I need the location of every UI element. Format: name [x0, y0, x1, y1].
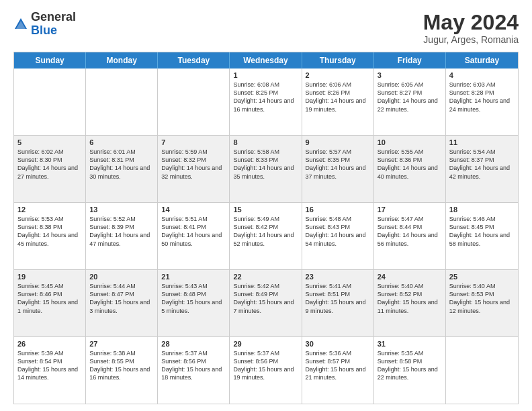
day-number: 24 [378, 273, 442, 281]
cal-cell-r4-c6 [446, 337, 518, 404]
cal-cell-r3-c1: 20Sunrise: 5:44 AM Sunset: 8:47 PM Dayli… [86, 270, 158, 336]
cell-text: Sunrise: 6:08 AM Sunset: 8:25 PM Dayligh… [233, 81, 298, 113]
header: General Blue May 2024 Jugur, Arges, Roma… [13, 11, 519, 45]
day-number: 1 [233, 71, 298, 79]
logo: General Blue [13, 11, 76, 38]
cell-text: Sunrise: 5:52 AM Sunset: 8:39 PM Dayligh… [89, 215, 154, 248]
cal-cell-r4-c5: 31Sunrise: 5:35 AM Sunset: 8:58 PM Dayli… [374, 337, 446, 404]
day-number: 15 [233, 205, 298, 214]
day-number: 6 [89, 138, 154, 146]
cell-text: Sunrise: 5:51 AM Sunset: 8:41 PM Dayligh… [161, 215, 226, 248]
cal-cell-r0-c3: 1Sunrise: 6:08 AM Sunset: 8:25 PM Daylig… [230, 68, 302, 135]
day-number: 17 [378, 205, 442, 214]
day-number: 11 [449, 138, 515, 146]
day-number: 18 [449, 205, 515, 214]
cal-cell-r0-c5: 3Sunrise: 6:05 AM Sunset: 8:27 PM Daylig… [374, 68, 446, 135]
cell-text: Sunrise: 6:01 AM Sunset: 8:31 PM Dayligh… [89, 148, 154, 181]
cal-row-4: 26Sunrise: 5:39 AM Sunset: 8:54 PM Dayli… [14, 337, 518, 404]
cal-row-0: 1Sunrise: 6:08 AM Sunset: 8:25 PM Daylig… [14, 68, 518, 136]
day-number: 22 [233, 273, 298, 281]
header-tuesday: Tuesday [158, 52, 230, 68]
cell-text: Sunrise: 5:47 AM Sunset: 8:44 PM Dayligh… [378, 215, 442, 248]
cal-cell-r2-c0: 12Sunrise: 5:53 AM Sunset: 8:38 PM Dayli… [14, 203, 86, 269]
cell-text: Sunrise: 5:40 AM Sunset: 8:52 PM Dayligh… [378, 282, 442, 315]
day-number: 30 [306, 340, 370, 348]
calendar: Sunday Monday Tuesday Wednesday Thursday… [13, 52, 519, 404]
cal-row-1: 5Sunrise: 6:02 AM Sunset: 8:30 PM Daylig… [14, 136, 518, 203]
cal-cell-r2-c3: 15Sunrise: 5:49 AM Sunset: 8:42 PM Dayli… [230, 203, 302, 269]
day-number: 3 [378, 71, 442, 79]
cal-cell-r4-c4: 30Sunrise: 5:36 AM Sunset: 8:57 PM Dayli… [302, 337, 374, 404]
cal-cell-r3-c2: 21Sunrise: 5:43 AM Sunset: 8:48 PM Dayli… [158, 270, 230, 336]
logo-icon [13, 17, 28, 32]
cal-cell-r2-c6: 18Sunrise: 5:46 AM Sunset: 8:45 PM Dayli… [446, 203, 518, 269]
cell-text: Sunrise: 5:53 AM Sunset: 8:38 PM Dayligh… [17, 215, 82, 248]
cell-text: Sunrise: 5:55 AM Sunset: 8:36 PM Dayligh… [378, 148, 442, 181]
cell-text: Sunrise: 5:36 AM Sunset: 8:57 PM Dayligh… [306, 349, 370, 382]
cal-cell-r3-c3: 22Sunrise: 5:42 AM Sunset: 8:49 PM Dayli… [230, 270, 302, 336]
cal-cell-r2-c4: 16Sunrise: 5:48 AM Sunset: 8:43 PM Dayli… [302, 203, 374, 269]
cell-text: Sunrise: 5:58 AM Sunset: 8:33 PM Dayligh… [233, 148, 298, 181]
cell-text: Sunrise: 5:42 AM Sunset: 8:49 PM Dayligh… [233, 282, 298, 315]
cell-text: Sunrise: 5:48 AM Sunset: 8:43 PM Dayligh… [306, 215, 370, 248]
cal-row-2: 12Sunrise: 5:53 AM Sunset: 8:38 PM Dayli… [14, 203, 518, 270]
subtitle: Jugur, Arges, Romania [423, 34, 519, 45]
cell-text: Sunrise: 6:03 AM Sunset: 8:28 PM Dayligh… [449, 81, 515, 113]
day-number: 2 [306, 71, 370, 79]
logo-text: General Blue [31, 11, 76, 38]
day-number: 31 [378, 340, 442, 348]
header-friday: Friday [374, 52, 446, 68]
day-number: 9 [306, 138, 370, 146]
day-number: 20 [89, 273, 154, 281]
cal-cell-r1-c0: 5Sunrise: 6:02 AM Sunset: 8:30 PM Daylig… [14, 136, 86, 202]
cal-cell-r0-c1 [86, 68, 158, 135]
cal-cell-r4-c0: 26Sunrise: 5:39 AM Sunset: 8:54 PM Dayli… [14, 337, 86, 404]
cell-text: Sunrise: 6:06 AM Sunset: 8:26 PM Dayligh… [306, 81, 370, 113]
cell-text: Sunrise: 5:35 AM Sunset: 8:58 PM Dayligh… [378, 349, 442, 382]
month-title: May 2024 [423, 11, 519, 34]
header-sunday: Sunday [14, 52, 86, 68]
day-number: 13 [89, 205, 154, 214]
cal-row-3: 19Sunrise: 5:45 AM Sunset: 8:46 PM Dayli… [14, 270, 518, 337]
cal-cell-r3-c6: 25Sunrise: 5:40 AM Sunset: 8:53 PM Dayli… [446, 270, 518, 336]
calendar-body: 1Sunrise: 6:08 AM Sunset: 8:25 PM Daylig… [14, 68, 518, 404]
day-number: 12 [17, 205, 82, 214]
cal-cell-r1-c5: 10Sunrise: 5:55 AM Sunset: 8:36 PM Dayli… [374, 136, 446, 202]
cal-cell-r2-c1: 13Sunrise: 5:52 AM Sunset: 8:39 PM Dayli… [86, 203, 158, 269]
day-number: 8 [233, 138, 298, 146]
cal-cell-r1-c4: 9Sunrise: 5:57 AM Sunset: 8:35 PM Daylig… [302, 136, 374, 202]
cal-cell-r3-c5: 24Sunrise: 5:40 AM Sunset: 8:52 PM Dayli… [374, 270, 446, 336]
cal-cell-r4-c3: 29Sunrise: 5:37 AM Sunset: 8:56 PM Dayli… [230, 337, 302, 404]
cal-cell-r1-c6: 11Sunrise: 5:54 AM Sunset: 8:37 PM Dayli… [446, 136, 518, 202]
day-number: 27 [89, 340, 154, 348]
cell-text: Sunrise: 5:41 AM Sunset: 8:51 PM Dayligh… [306, 282, 370, 315]
day-number: 23 [306, 273, 370, 281]
day-number: 14 [161, 205, 226, 214]
cal-cell-r2-c2: 14Sunrise: 5:51 AM Sunset: 8:41 PM Dayli… [158, 203, 230, 269]
day-number: 10 [378, 138, 442, 146]
cal-cell-r4-c1: 27Sunrise: 5:38 AM Sunset: 8:55 PM Dayli… [86, 337, 158, 404]
cell-text: Sunrise: 5:57 AM Sunset: 8:35 PM Dayligh… [306, 148, 370, 181]
day-number: 21 [161, 273, 226, 281]
cell-text: Sunrise: 6:02 AM Sunset: 8:30 PM Dayligh… [17, 148, 82, 181]
cell-text: Sunrise: 5:49 AM Sunset: 8:42 PM Dayligh… [233, 215, 298, 248]
cell-text: Sunrise: 5:44 AM Sunset: 8:47 PM Dayligh… [89, 282, 154, 315]
cell-text: Sunrise: 5:38 AM Sunset: 8:55 PM Dayligh… [89, 349, 154, 382]
day-number: 26 [17, 340, 82, 348]
cal-cell-r4-c2: 28Sunrise: 5:37 AM Sunset: 8:56 PM Dayli… [158, 337, 230, 404]
page: General Blue May 2024 Jugur, Arges, Roma… [0, 0, 532, 411]
day-number: 28 [161, 340, 226, 348]
header-monday: Monday [86, 52, 158, 68]
calendar-header-row: Sunday Monday Tuesday Wednesday Thursday… [14, 52, 518, 68]
cal-cell-r0-c4: 2Sunrise: 6:06 AM Sunset: 8:26 PM Daylig… [302, 68, 374, 135]
cal-cell-r3-c4: 23Sunrise: 5:41 AM Sunset: 8:51 PM Dayli… [302, 270, 374, 336]
cal-cell-r0-c2 [158, 68, 230, 135]
cell-text: Sunrise: 5:37 AM Sunset: 8:56 PM Dayligh… [161, 349, 226, 382]
day-number: 29 [233, 340, 298, 348]
cal-cell-r1-c2: 7Sunrise: 5:59 AM Sunset: 8:32 PM Daylig… [158, 136, 230, 202]
cal-cell-r3-c0: 19Sunrise: 5:45 AM Sunset: 8:46 PM Dayli… [14, 270, 86, 336]
cell-text: Sunrise: 6:05 AM Sunset: 8:27 PM Dayligh… [378, 81, 442, 113]
cal-cell-r2-c5: 17Sunrise: 5:47 AM Sunset: 8:44 PM Dayli… [374, 203, 446, 269]
day-number: 19 [17, 273, 82, 281]
cal-cell-r1-c3: 8Sunrise: 5:58 AM Sunset: 8:33 PM Daylig… [230, 136, 302, 202]
